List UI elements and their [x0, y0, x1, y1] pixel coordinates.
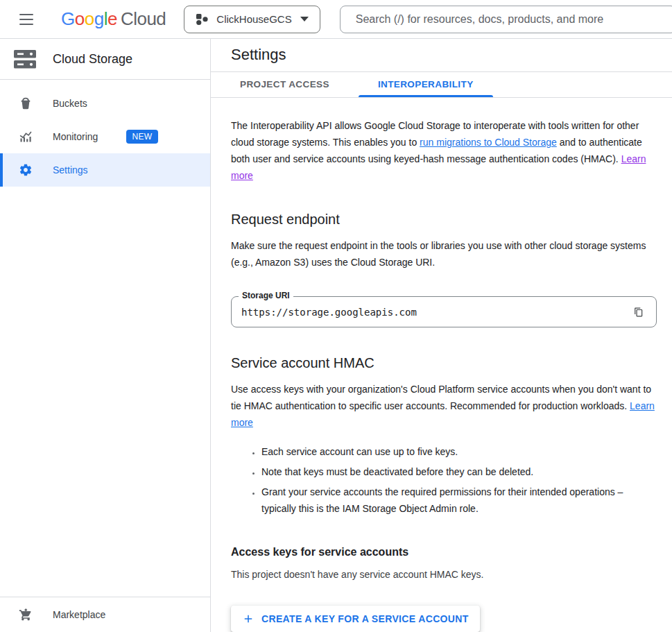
logo-letter: g: [94, 8, 104, 29]
main-content: Settings PROJECT ACCESS INTEROPERABILITY…: [211, 39, 672, 632]
sidebar-item-label: Settings: [53, 164, 88, 176]
sidebar: Cloud Storage Buckets: [0, 39, 211, 632]
page-title: Settings: [231, 46, 286, 64]
menu-icon[interactable]: [10, 3, 43, 36]
storage-uri-value: https://storage.googleapis.com: [241, 307, 630, 318]
project-icon: [196, 13, 208, 26]
create-key-button[interactable]: CREATE A KEY FOR A SERVICE ACCOUNT: [231, 606, 480, 632]
empty-state-text: This project doesn't have any service ac…: [231, 569, 657, 580]
chevron-down-icon: [300, 17, 309, 22]
storage-uri-field: Storage URI https://storage.googleapis.c…: [231, 296, 657, 327]
project-selector[interactable]: ClickHouseGCS: [184, 6, 320, 33]
cloud-storage-icon: [14, 50, 36, 69]
tab-interoperability[interactable]: INTEROPERABILITY: [359, 72, 493, 97]
bucket-icon: [17, 96, 34, 110]
intro-paragraph: The Interoperability API allows Google C…: [231, 117, 657, 184]
gear-icon: [17, 163, 34, 177]
request-endpoint-heading: Request endpoint: [231, 212, 657, 228]
logo-letter: G: [61, 8, 75, 29]
project-name: ClickHouseGCS: [216, 13, 291, 25]
monitoring-icon: [17, 130, 34, 144]
create-key-button-label: CREATE A KEY FOR A SERVICE ACCOUNT: [261, 613, 469, 624]
search-input[interactable]: [354, 12, 662, 26]
search-bar: [340, 6, 672, 33]
list-item: Grant your service accounts the required…: [261, 484, 657, 517]
google-cloud-logo: GoogleCloud: [61, 8, 166, 30]
top-bar: GoogleCloud ClickHouseGCS: [0, 0, 672, 39]
access-keys-heading: Access keys for service accounts: [231, 546, 657, 558]
run-migrations-link[interactable]: run migrations to Cloud Storage: [420, 137, 557, 148]
logo-letter: o: [75, 8, 85, 29]
tab-content: The Interoperability API allows Google C…: [211, 98, 672, 632]
sidebar-item-buckets[interactable]: Buckets: [0, 87, 210, 120]
logo-letter: o: [85, 8, 94, 29]
sidebar-item-monitoring[interactable]: Monitoring NEW: [0, 120, 210, 153]
page-header: Settings: [211, 39, 672, 72]
hmac-bullet-list: Each service account can use up to five …: [231, 443, 657, 517]
plus-icon: [242, 613, 255, 625]
list-item: Note that keys must be deactivated befor…: [261, 463, 657, 480]
hmac-text: Use access keys with your organization's…: [231, 384, 651, 411]
storage-uri-label: Storage URI: [239, 291, 293, 300]
list-item: Each service account can use up to five …: [261, 443, 657, 460]
logo-letter: e: [107, 8, 117, 29]
sidebar-footer: Marketplace: [0, 597, 210, 632]
sidebar-item-label: Buckets: [53, 98, 87, 109]
service-account-hmac-heading: Service account HMAC: [231, 355, 657, 371]
request-endpoint-paragraph: Make sure the request endpoint in the to…: [231, 237, 657, 271]
new-badge: NEW: [126, 130, 157, 144]
marketplace-cart-icon: [17, 608, 34, 622]
sidebar-item-marketplace[interactable]: Marketplace: [0, 597, 210, 632]
product-title: Cloud Storage: [53, 52, 132, 67]
product-header: Cloud Storage: [0, 39, 210, 80]
sidebar-item-label: Marketplace: [53, 609, 105, 620]
copy-icon[interactable]: [630, 303, 648, 321]
service-account-hmac-paragraph: Use access keys with your organization's…: [231, 381, 657, 431]
sidebar-item-settings[interactable]: Settings: [0, 153, 210, 187]
logo-cloud-text: Cloud: [121, 8, 166, 29]
tab-project-access[interactable]: PROJECT ACCESS: [221, 72, 349, 97]
sidebar-item-label: Monitoring: [53, 131, 98, 142]
side-navigation: Buckets Monitoring NEW: [0, 80, 210, 597]
tab-bar: PROJECT ACCESS INTEROPERABILITY: [211, 72, 672, 98]
